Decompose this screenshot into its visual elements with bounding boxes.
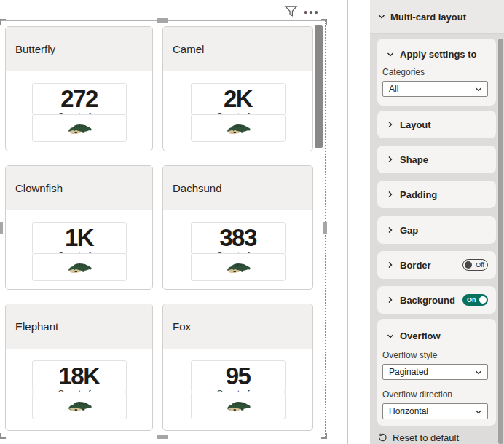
- crocodile-plush-image: [191, 392, 286, 419]
- pane-section-multi-card-layout[interactable]: Multi-card layout: [370, 0, 504, 34]
- callout-value-box: 272 Count of ...: [32, 83, 127, 115]
- visual-toolbar: •••: [284, 3, 326, 22]
- card-title: Elephant: [6, 304, 152, 349]
- more-options-icon[interactable]: •••: [304, 9, 320, 16]
- animal-card[interactable]: Butterfly 272 Count of ...: [5, 26, 153, 151]
- overflow-header[interactable]: Overflow: [377, 319, 496, 341]
- card-border[interactable]: Border Off: [377, 251, 496, 279]
- callout-value-box: 383 Count of ...: [191, 222, 286, 254]
- chevron-down-icon: [474, 85, 483, 94]
- card-padding[interactable]: Padding: [377, 181, 496, 208]
- callout-value-box: 95 Count of ...: [191, 360, 286, 392]
- multi-card-visual: Butterfly 272 Count of ... Ca: [5, 26, 313, 431]
- card-gap[interactable]: Gap: [377, 216, 496, 244]
- crocodile-plush-image: [32, 253, 127, 281]
- card-shape[interactable]: Shape: [377, 146, 496, 173]
- animal-card[interactable]: Dachsund 383 Count of ...: [162, 165, 313, 290]
- toggle-knob: [465, 261, 472, 269]
- resize-handle-bottom-right[interactable]: [321, 433, 327, 439]
- callout-value-box: 2K Count of ...: [191, 83, 286, 115]
- crocodile-plush-image: [191, 114, 286, 142]
- crocodile-plush-image: [191, 253, 286, 281]
- callout-value: 1K: [33, 223, 126, 251]
- callout-value: 272: [33, 84, 126, 112]
- crocodile-plush-image: [32, 114, 127, 142]
- crocodile-plush-image: [32, 392, 127, 419]
- card-title: Butterfly: [6, 27, 152, 71]
- card-title: Camel: [163, 27, 312, 71]
- resize-handle-bottom[interactable]: [157, 435, 168, 439]
- animal-card[interactable]: Camel 2K Count of ...: [162, 26, 313, 151]
- chevron-right-icon: [386, 261, 395, 269]
- background-toggle[interactable]: On: [462, 294, 488, 306]
- chevron-right-icon: [386, 120, 395, 129]
- chevron-down-icon: [386, 50, 395, 59]
- categories-label: Categories: [377, 67, 496, 77]
- callout-value: 95: [192, 361, 285, 389]
- chevron-down-icon: [386, 332, 395, 341]
- resize-handle-top[interactable]: [157, 18, 168, 23]
- overflow-direction-dropdown[interactable]: Horizontal: [382, 403, 488, 419]
- card-overflow: Overflow Overflow style Paginated Overfl…: [377, 319, 496, 426]
- canvas-edge-divider: [347, 0, 348, 444]
- chevron-down-icon: [377, 12, 386, 21]
- resize-handle-top-right[interactable]: [321, 19, 327, 25]
- callout-value: 383: [192, 223, 285, 251]
- resize-handle-left[interactable]: [0, 222, 3, 234]
- chevron-right-icon: [386, 155, 395, 164]
- resize-handle-right[interactable]: [323, 222, 327, 234]
- report-canvas: ••• Butterfly 272 Count of ...: [0, 0, 347, 444]
- callout-value: 18K: [33, 361, 126, 389]
- categories-value: All: [383, 84, 398, 94]
- chevron-right-icon: [386, 190, 395, 199]
- overflow-style-value: Paginated: [383, 367, 428, 377]
- animal-card[interactable]: Elephant 18K Count of ...: [5, 304, 153, 431]
- pane-scrollbar-thumb[interactable]: [498, 39, 503, 444]
- card-layout[interactable]: Layout: [377, 111, 496, 138]
- chevron-right-icon: [386, 296, 395, 304]
- filter-funnel-icon[interactable]: [284, 4, 298, 21]
- animal-card[interactable]: Fox 95 Count of ...: [162, 304, 313, 431]
- resize-handle-bottom-left[interactable]: [0, 433, 6, 439]
- card-title: Clownfish: [6, 166, 152, 210]
- card-title: Fox: [163, 304, 312, 349]
- border-toggle[interactable]: Off: [462, 259, 488, 271]
- overflow-style-label: Overflow style: [377, 350, 496, 360]
- overflow-direction-value: Horizontal: [383, 406, 428, 416]
- chevron-down-icon: [474, 368, 483, 377]
- card-apply-settings: Apply settings to Categories All: [377, 39, 496, 106]
- card-background[interactable]: Background On: [377, 286, 496, 314]
- overflow-style-dropdown[interactable]: Paginated: [382, 364, 488, 380]
- callout-value: 2K: [192, 84, 285, 112]
- card-title: Dachsund: [163, 166, 312, 210]
- toggle-knob: [479, 296, 487, 304]
- animal-card[interactable]: Clownfish 1K Count of ...: [5, 165, 153, 290]
- reset-to-default-button[interactable]: Reset to default: [378, 432, 459, 443]
- format-pane: Multi-card layout Apply settings to Cate…: [370, 0, 504, 444]
- apply-settings-header[interactable]: Apply settings to: [377, 39, 496, 60]
- visual-scrollbar-thumb[interactable]: [315, 25, 323, 148]
- categories-dropdown[interactable]: All: [382, 81, 488, 97]
- callout-value-box: 1K Count of ...: [32, 222, 127, 254]
- reset-icon: [378, 433, 387, 443]
- resize-handle-top-left[interactable]: [0, 19, 6, 25]
- chevron-down-icon: [474, 408, 483, 416]
- pane-title: Multi-card layout: [390, 12, 466, 23]
- callout-value-box: 18K Count of ...: [32, 360, 127, 392]
- chevron-right-icon: [386, 226, 395, 234]
- overflow-direction-label: Overflow direction: [377, 389, 496, 400]
